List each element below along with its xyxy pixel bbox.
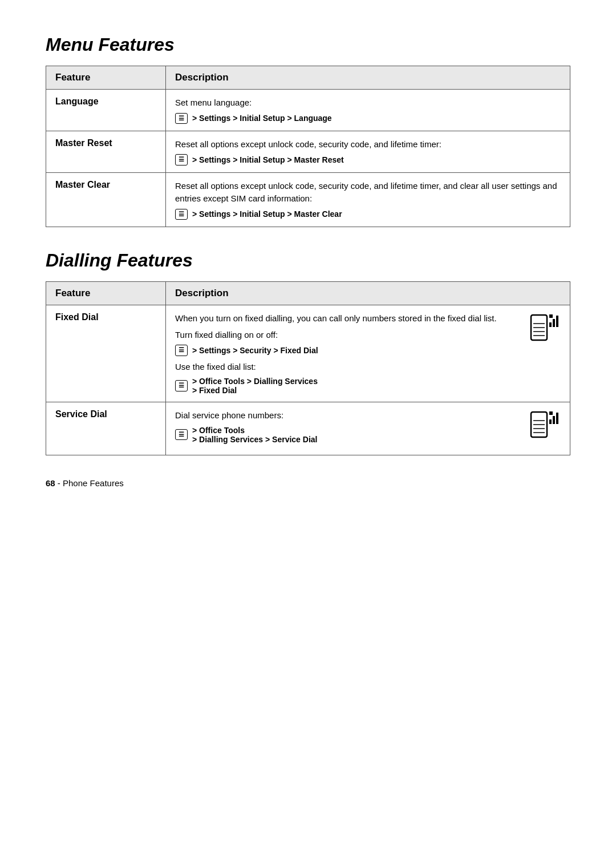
feature-language: Language: [46, 90, 166, 131]
svg-rect-5: [549, 322, 552, 327]
svg-rect-8: [549, 314, 553, 318]
menu-path-fixed-dial-list: ☰ > Office Tools > Dialling Services> Fi…: [175, 377, 561, 395]
menu-path-master-reset-text: > Settings > Initial Setup > Master Rese…: [192, 155, 344, 164]
svg-rect-16: [556, 413, 558, 424]
dialling-features-table: Feature Description Fixed Dial: [46, 281, 570, 455]
desc-service-dial: Dial service phone numbers: ☰ > Office T…: [166, 402, 570, 455]
menu-col2-header: Description: [166, 66, 570, 90]
feature-master-clear: Master Clear: [46, 172, 166, 227]
desc-master-clear: Reset all options except unlock code, se…: [166, 172, 570, 227]
footer-page-number: 68: [46, 478, 55, 488]
phone-device-icon-2: [526, 409, 561, 443]
dialling-col2-header: Description: [166, 282, 570, 305]
desc-master-clear-text: Reset all options except unlock code, se…: [175, 180, 561, 205]
dialling-features-title: Dialling Features: [46, 250, 570, 271]
menu-path-fixed-dial-list-text: > Office Tools > Dialling Services> Fixe…: [192, 377, 318, 395]
desc-fixed-dial-text: When you turn on fixed dialling, you can…: [175, 312, 561, 325]
menu-icon-language: ☰: [175, 113, 188, 124]
svg-rect-6: [553, 319, 555, 327]
feature-master-reset: Master Reset: [46, 131, 166, 172]
desc-language-text: Set menu language:: [175, 96, 561, 110]
desc-service-dial-text: Dial service phone numbers:: [175, 409, 561, 422]
footer-text: - Phone Features: [58, 478, 124, 488]
table-row: Fixed Dial: [46, 305, 570, 402]
feature-fixed-dial: Fixed Dial: [46, 305, 166, 402]
menu-icon-service-dial: ☰: [175, 429, 188, 440]
desc-master-reset: Reset all options except unlock code, se…: [166, 131, 570, 172]
menu-col1-header: Feature: [46, 66, 166, 90]
desc-language: Set menu language: ☰ > Settings > Initia…: [166, 90, 570, 131]
table-row: Master Reset Reset all options except un…: [46, 131, 570, 172]
menu-path-fixed-dial-security-text: > Settings > Security > Fixed Dial: [192, 346, 318, 355]
service-dial-icon-container: [526, 409, 561, 445]
feature-service-dial: Service Dial: [46, 402, 166, 455]
footer: 68 - Phone Features: [46, 478, 570, 488]
menu-features-title: Menu Features: [46, 34, 570, 55]
menu-icon-fixed-dial-2: ☰: [175, 380, 188, 391]
desc-fixed-dial-use-list: Use the fixed dial list:: [175, 361, 561, 374]
phone-device-icon: [526, 312, 561, 346]
menu-path-master-clear-text: > Settings > Initial Setup > Master Clea…: [192, 209, 342, 219]
svg-rect-14: [549, 419, 552, 424]
svg-rect-17: [549, 411, 553, 415]
desc-fixed-dial-turn-on: Turn fixed dialling on or off:: [175, 329, 561, 342]
fixed-dial-icon-container: [526, 312, 561, 348]
desc-fixed-dial: When you turn on fixed dialling, you can…: [166, 305, 570, 402]
menu-features-table: Feature Description Language Set menu la…: [46, 66, 570, 227]
desc-master-reset-text: Reset all options except unlock code, se…: [175, 138, 561, 151]
dialling-col1-header: Feature: [46, 282, 166, 305]
menu-path-language: ☰ > Settings > Initial Setup > Language: [175, 113, 561, 124]
table-row: Language Set menu language: ☰ > Settings…: [46, 90, 570, 131]
table-row: Master Clear Reset all options except un…: [46, 172, 570, 227]
menu-icon-fixed-dial-1: ☰: [175, 345, 188, 356]
menu-path-service-dial-text: > Office Tools> Dialling Services > Serv…: [192, 426, 317, 444]
menu-path-service-dial: ☰ > Office Tools> Dialling Services > Se…: [175, 426, 521, 444]
svg-rect-7: [556, 316, 558, 327]
menu-icon-master-clear: ☰: [175, 209, 188, 220]
menu-path-master-clear: ☰ > Settings > Initial Setup > Master Cl…: [175, 209, 561, 220]
menu-path-fixed-dial-security: ☰ > Settings > Security > Fixed Dial: [175, 345, 521, 356]
svg-rect-15: [553, 416, 555, 424]
menu-icon-master-reset: ☰: [175, 154, 188, 165]
menu-path-master-reset: ☰ > Settings > Initial Setup > Master Re…: [175, 154, 561, 165]
table-row: Service Dial Dial s: [46, 402, 570, 455]
menu-path-language-text: > Settings > Initial Setup > Language: [192, 114, 332, 123]
